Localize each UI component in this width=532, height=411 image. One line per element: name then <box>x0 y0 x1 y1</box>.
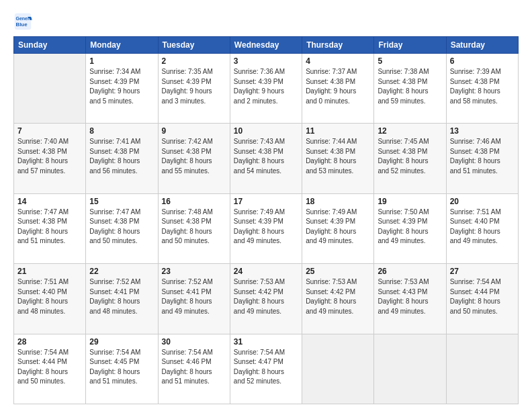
logo: General Blue <box>13 12 35 31</box>
day-info: Sunrise: 7:39 AM Sunset: 4:38 PM Dayligh… <box>450 67 515 106</box>
day-number: 30 <box>162 337 226 347</box>
calendar-table: SundayMondayTuesdayWednesdayThursdayFrid… <box>13 36 519 404</box>
calendar-cell: 14Sunrise: 7:47 AM Sunset: 4:38 PM Dayli… <box>14 193 86 263</box>
day-info: Sunrise: 7:53 AM Sunset: 4:43 PM Dayligh… <box>378 277 442 316</box>
day-info: Sunrise: 7:40 AM Sunset: 4:38 PM Dayligh… <box>17 137 82 176</box>
day-info: Sunrise: 7:35 AM Sunset: 4:39 PM Dayligh… <box>162 67 226 106</box>
day-number: 11 <box>306 126 370 136</box>
calendar-week-1: 7Sunrise: 7:40 AM Sunset: 4:38 PM Daylig… <box>14 124 519 193</box>
logo-icon: General Blue <box>13 12 32 31</box>
day-number: 29 <box>89 337 154 347</box>
calendar-cell <box>374 334 446 404</box>
day-info: Sunrise: 7:50 AM Sunset: 4:39 PM Dayligh… <box>378 208 442 246</box>
calendar-cell: 31Sunrise: 7:54 AM Sunset: 4:47 PM Dayli… <box>230 334 302 404</box>
day-number: 7 <box>17 126 82 136</box>
day-number: 21 <box>17 267 82 276</box>
calendar-cell: 19Sunrise: 7:50 AM Sunset: 4:39 PM Dayli… <box>374 193 446 263</box>
weekday-header-row: SundayMondayTuesdayWednesdayThursdayFrid… <box>14 37 519 54</box>
calendar-header: SundayMondayTuesdayWednesdayThursdayFrid… <box>14 37 519 54</box>
day-number: 13 <box>450 126 515 136</box>
day-info: Sunrise: 7:52 AM Sunset: 4:41 PM Dayligh… <box>162 277 226 316</box>
day-info: Sunrise: 7:44 AM Sunset: 4:38 PM Dayligh… <box>306 137 370 176</box>
weekday-header-tuesday: Tuesday <box>158 37 230 54</box>
day-number: 15 <box>89 197 154 206</box>
calendar-cell: 26Sunrise: 7:53 AM Sunset: 4:43 PM Dayli… <box>374 264 446 334</box>
calendar-cell: 17Sunrise: 7:49 AM Sunset: 4:39 PM Dayli… <box>230 193 302 263</box>
calendar-cell: 10Sunrise: 7:43 AM Sunset: 4:38 PM Dayli… <box>230 124 302 193</box>
calendar-cell: 9Sunrise: 7:42 AM Sunset: 4:38 PM Daylig… <box>158 124 230 193</box>
calendar-cell: 21Sunrise: 7:51 AM Sunset: 4:40 PM Dayli… <box>14 264 86 334</box>
day-number: 2 <box>162 56 226 66</box>
calendar-cell: 5Sunrise: 7:38 AM Sunset: 4:38 PM Daylig… <box>374 54 446 124</box>
calendar-cell: 3Sunrise: 7:36 AM Sunset: 4:39 PM Daylig… <box>230 54 302 124</box>
day-info: Sunrise: 7:54 AM Sunset: 4:46 PM Dayligh… <box>162 348 226 387</box>
day-info: Sunrise: 7:54 AM Sunset: 4:47 PM Dayligh… <box>234 348 298 387</box>
day-number: 8 <box>89 126 154 136</box>
day-number: 3 <box>234 56 298 66</box>
calendar-cell: 1Sunrise: 7:34 AM Sunset: 4:39 PM Daylig… <box>86 54 158 124</box>
calendar-cell: 23Sunrise: 7:52 AM Sunset: 4:41 PM Dayli… <box>158 264 230 334</box>
day-info: Sunrise: 7:48 AM Sunset: 4:38 PM Dayligh… <box>162 208 226 246</box>
day-info: Sunrise: 7:52 AM Sunset: 4:41 PM Dayligh… <box>89 277 154 316</box>
calendar-cell: 11Sunrise: 7:44 AM Sunset: 4:38 PM Dayli… <box>302 124 374 193</box>
day-number: 10 <box>234 126 298 136</box>
day-number: 18 <box>306 197 370 206</box>
day-number: 12 <box>378 126 442 136</box>
calendar-cell: 20Sunrise: 7:51 AM Sunset: 4:40 PM Dayli… <box>446 193 518 263</box>
day-info: Sunrise: 7:53 AM Sunset: 4:42 PM Dayligh… <box>234 277 298 316</box>
weekday-header-wednesday: Wednesday <box>230 37 302 54</box>
calendar-cell: 29Sunrise: 7:54 AM Sunset: 4:45 PM Dayli… <box>86 334 158 404</box>
calendar-cell <box>14 54 86 124</box>
day-number: 28 <box>17 337 82 347</box>
weekday-header-monday: Monday <box>86 37 158 54</box>
calendar-cell <box>446 334 518 404</box>
day-info: Sunrise: 7:45 AM Sunset: 4:38 PM Dayligh… <box>378 137 442 176</box>
calendar-cell: 16Sunrise: 7:48 AM Sunset: 4:38 PM Dayli… <box>158 193 230 263</box>
calendar-week-3: 21Sunrise: 7:51 AM Sunset: 4:40 PM Dayli… <box>14 264 519 334</box>
day-info: Sunrise: 7:36 AM Sunset: 4:39 PM Dayligh… <box>234 67 298 106</box>
day-number: 4 <box>306 56 370 66</box>
calendar-cell: 12Sunrise: 7:45 AM Sunset: 4:38 PM Dayli… <box>374 124 446 193</box>
day-number: 16 <box>162 197 226 206</box>
day-info: Sunrise: 7:54 AM Sunset: 4:45 PM Dayligh… <box>89 348 154 387</box>
calendar-cell: 6Sunrise: 7:39 AM Sunset: 4:38 PM Daylig… <box>446 54 518 124</box>
calendar-cell: 4Sunrise: 7:37 AM Sunset: 4:38 PM Daylig… <box>302 54 374 124</box>
weekday-header-sunday: Sunday <box>14 37 86 54</box>
day-number: 20 <box>450 197 515 206</box>
calendar-cell: 15Sunrise: 7:47 AM Sunset: 4:38 PM Dayli… <box>86 193 158 263</box>
calendar-cell: 24Sunrise: 7:53 AM Sunset: 4:42 PM Dayli… <box>230 264 302 334</box>
day-number: 27 <box>450 267 515 276</box>
day-info: Sunrise: 7:46 AM Sunset: 4:38 PM Dayligh… <box>450 137 515 176</box>
day-info: Sunrise: 7:49 AM Sunset: 4:39 PM Dayligh… <box>306 208 370 246</box>
day-number: 23 <box>162 267 226 276</box>
calendar-cell: 8Sunrise: 7:41 AM Sunset: 4:38 PM Daylig… <box>86 124 158 193</box>
day-number: 6 <box>450 56 515 66</box>
calendar-cell <box>302 334 374 404</box>
calendar-cell: 27Sunrise: 7:54 AM Sunset: 4:44 PM Dayli… <box>446 264 518 334</box>
day-number: 22 <box>89 267 154 276</box>
day-info: Sunrise: 7:42 AM Sunset: 4:38 PM Dayligh… <box>162 137 226 176</box>
day-number: 31 <box>234 337 298 347</box>
day-info: Sunrise: 7:43 AM Sunset: 4:38 PM Dayligh… <box>234 137 298 176</box>
weekday-header-thursday: Thursday <box>302 37 374 54</box>
day-info: Sunrise: 7:47 AM Sunset: 4:38 PM Dayligh… <box>17 208 82 246</box>
calendar-cell: 22Sunrise: 7:52 AM Sunset: 4:41 PM Dayli… <box>86 264 158 334</box>
day-info: Sunrise: 7:54 AM Sunset: 4:44 PM Dayligh… <box>17 348 82 387</box>
calendar-cell: 30Sunrise: 7:54 AM Sunset: 4:46 PM Dayli… <box>158 334 230 404</box>
day-number: 5 <box>378 56 442 66</box>
day-number: 17 <box>234 197 298 206</box>
day-info: Sunrise: 7:47 AM Sunset: 4:38 PM Dayligh… <box>89 208 154 246</box>
calendar-week-4: 28Sunrise: 7:54 AM Sunset: 4:44 PM Dayli… <box>14 334 519 404</box>
day-number: 24 <box>234 267 298 276</box>
day-number: 1 <box>89 56 154 66</box>
day-info: Sunrise: 7:53 AM Sunset: 4:42 PM Dayligh… <box>306 277 370 316</box>
day-number: 19 <box>378 197 442 206</box>
day-info: Sunrise: 7:51 AM Sunset: 4:40 PM Dayligh… <box>17 277 82 316</box>
calendar-body: 1Sunrise: 7:34 AM Sunset: 4:39 PM Daylig… <box>14 54 519 404</box>
day-info: Sunrise: 7:41 AM Sunset: 4:38 PM Dayligh… <box>89 137 154 176</box>
page: General Blue SundayMondayTuesdayWednesda… <box>0 0 532 411</box>
header: General Blue <box>13 12 519 31</box>
calendar-cell: 13Sunrise: 7:46 AM Sunset: 4:38 PM Dayli… <box>446 124 518 193</box>
weekday-header-friday: Friday <box>374 37 446 54</box>
svg-text:Blue: Blue <box>16 21 28 28</box>
